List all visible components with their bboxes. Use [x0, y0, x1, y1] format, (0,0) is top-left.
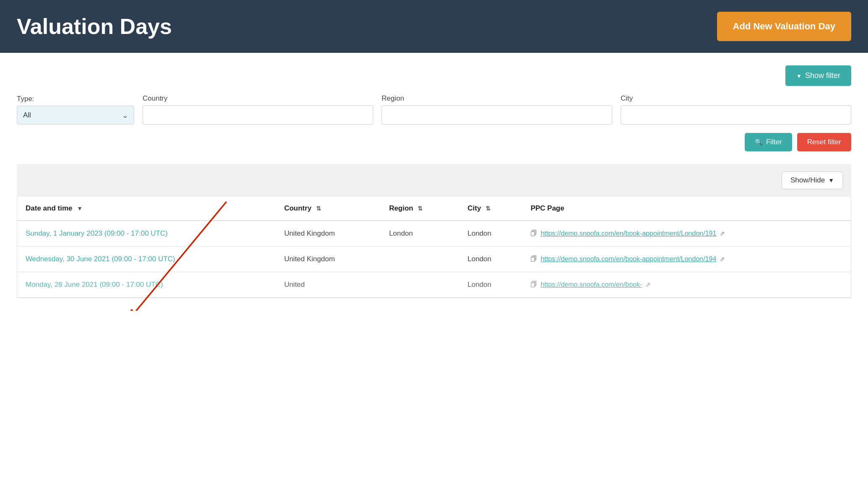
table-row: Monday, 28 June 2021 (09:00 - 17:00 UTC)…	[17, 272, 851, 298]
add-valuation-day-button[interactable]: Add New Valuation Day	[717, 12, 852, 41]
col-ppc-label: PPC Page	[530, 204, 564, 212]
copy-icon-2[interactable]: 🗍	[530, 281, 537, 288]
cell-country-0: United Kingdom	[276, 221, 381, 247]
show-hide-label: Show/Hide	[790, 176, 825, 185]
page-title: Valuation Days	[17, 14, 172, 39]
ppc-link-1[interactable]: https://demo.snoofa.com/en/book-appointm…	[541, 255, 716, 263]
cell-region-2	[381, 272, 459, 298]
region-filter-group: Region	[382, 94, 612, 125]
type-label: Type:	[17, 95, 134, 103]
external-link-icon-0[interactable]: ⇗	[720, 230, 725, 237]
sort-datetime-icon[interactable]: ▼	[77, 205, 83, 212]
col-city-label: City	[468, 204, 481, 212]
city-input[interactable]	[621, 105, 851, 125]
col-city: City ⇅	[459, 197, 522, 221]
copy-icon-1[interactable]: 🗍	[530, 255, 537, 263]
sort-region-icon[interactable]: ⇅	[418, 205, 423, 212]
copy-icon-0[interactable]: 🗍	[530, 230, 537, 237]
show-hide-button[interactable]: Show/Hide ▼	[782, 172, 843, 189]
table-header: Date and time ▼ Country ⇅ Region ⇅ Cit	[17, 197, 851, 221]
cell-country-2: United	[276, 272, 381, 298]
region-label: Region	[382, 94, 612, 103]
type-select[interactable]: All Online In-Person	[17, 106, 134, 125]
ppc-link-0[interactable]: https://demo.snoofa.com/en/book-appointm…	[541, 230, 716, 237]
table-container: Date and time ▼ Country ⇅ Region ⇅ Cit	[17, 197, 851, 298]
table-header-row: Date and time ▼ Country ⇅ Region ⇅ Cit	[17, 197, 851, 221]
cell-datetime-2: Monday, 28 June 2021 (09:00 - 17:00 UTC)	[17, 272, 276, 298]
external-link-icon-2[interactable]: ⇗	[645, 281, 651, 288]
sort-country-icon[interactable]: ⇅	[316, 205, 321, 212]
col-datetime-label: Date and time	[26, 204, 72, 212]
sort-city-icon[interactable]: ⇅	[486, 205, 491, 212]
filter-button[interactable]: Filter	[745, 133, 792, 151]
show-filter-label: Show filter	[805, 71, 840, 80]
country-input[interactable]	[143, 105, 373, 125]
valuation-days-table: Date and time ▼ Country ⇅ Region ⇅ Cit	[17, 197, 851, 298]
col-region-label: Region	[389, 204, 413, 212]
filter-form: Type: All Online In-Person Country Regio…	[17, 94, 851, 125]
datetime-link-0[interactable]: Sunday, 1 January 2023 (09:00 - 17:00 UT…	[26, 229, 168, 237]
external-link-icon-1[interactable]: ⇗	[720, 255, 725, 263]
cell-ppc-0: 🗍 https://demo.snoofa.com/en/book-appoin…	[522, 221, 851, 247]
table-section: Show/Hide ▼ Date and time ▼ Country ⇅	[17, 164, 851, 298]
datetime-link-1[interactable]: Wednesday, 30 June 2021 (09:00 - 17:00 U…	[26, 255, 175, 263]
cell-ppc-1: 🗍 https://demo.snoofa.com/en/book-appoin…	[522, 247, 851, 272]
show-filter-button[interactable]: Show filter	[785, 65, 851, 86]
region-input[interactable]	[382, 105, 612, 125]
filter-toggle-row: Show filter	[17, 65, 851, 86]
type-select-wrapper: All Online In-Person	[17, 106, 134, 125]
datetime-link-2[interactable]: Monday, 28 June 2021 (09:00 - 17:00 UTC)	[26, 281, 163, 288]
table-row: Sunday, 1 January 2023 (09:00 - 17:00 UT…	[17, 221, 851, 247]
table-body: Sunday, 1 January 2023 (09:00 - 17:00 UT…	[17, 221, 851, 298]
filter-icon	[796, 71, 802, 80]
cell-datetime-1: Wednesday, 30 June 2021 (09:00 - 17:00 U…	[17, 247, 276, 272]
search-icon	[755, 138, 763, 146]
cell-region-1	[381, 247, 459, 272]
main-content: Show filter Type: All Online In-Person C…	[0, 53, 868, 311]
country-filter-group: Country	[143, 94, 373, 125]
chevron-down-icon: ▼	[828, 177, 834, 184]
city-label: City	[621, 94, 851, 103]
table-row: Wednesday, 30 June 2021 (09:00 - 17:00 U…	[17, 247, 851, 272]
reset-filter-button[interactable]: Reset filter	[797, 133, 851, 151]
col-datetime: Date and time ▼	[17, 197, 276, 221]
ppc-link-2[interactable]: https://demo.snoofa.com/en/book-	[541, 281, 642, 288]
cell-datetime-0: Sunday, 1 January 2023 (09:00 - 17:00 UT…	[17, 221, 276, 247]
cell-city-0: London	[459, 221, 522, 247]
table-toolbar: Show/Hide ▼	[17, 164, 851, 197]
cell-ppc-2: 🗍 https://demo.snoofa.com/en/book- ⇗	[522, 272, 851, 298]
col-country: Country ⇅	[276, 197, 381, 221]
col-region: Region ⇅	[381, 197, 459, 221]
page-header: Valuation Days Add New Valuation Day	[0, 0, 868, 53]
filter-actions: Filter Reset filter	[17, 133, 851, 151]
col-ppc: PPC Page	[522, 197, 851, 221]
type-filter-group: Type: All Online In-Person	[17, 95, 134, 125]
col-country-label: Country	[284, 204, 312, 212]
cell-region-0: London	[381, 221, 459, 247]
filter-button-label: Filter	[766, 138, 782, 146]
city-filter-group: City	[621, 94, 851, 125]
cell-city-1: London	[459, 247, 522, 272]
cell-city-2: London	[459, 272, 522, 298]
country-label: Country	[143, 94, 373, 103]
cell-country-1: United Kingdom	[276, 247, 381, 272]
